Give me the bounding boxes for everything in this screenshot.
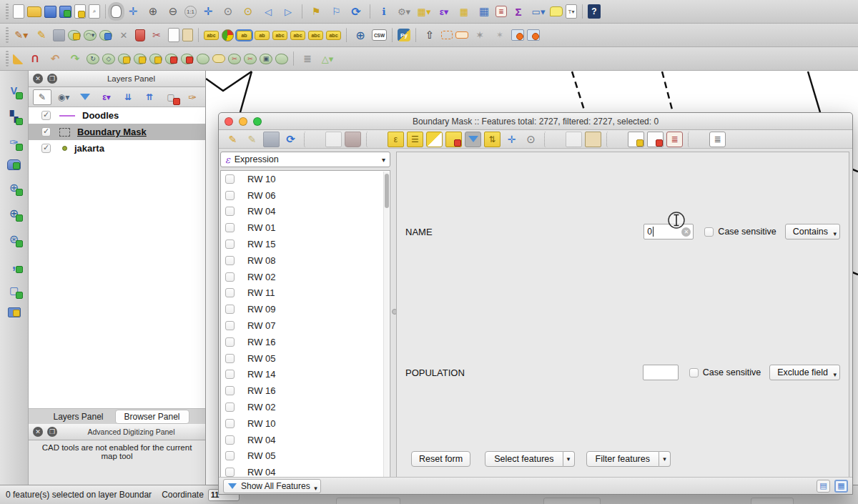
dialog-titlebar[interactable]: Boundary Mask :: Features total: 2727, f… [219,113,852,130]
show-all-features-dropdown[interactable]: Show All Features [223,479,321,493]
delete-field-icon[interactable] [647,132,664,147]
deselect-all-icon[interactable]: ▦ [455,3,473,20]
filter-form-icon[interactable] [465,132,481,147]
magic-wand-icon[interactable]: ✶ [471,26,488,44]
field-calculator-icon[interactable]: ≣ [666,132,683,147]
add-wfs-layer-icon[interactable]: ⊛ [6,230,23,247]
multiedit-icon[interactable]: ✎ [244,132,260,147]
float-panel-icon[interactable]: ❐ [47,74,57,84]
table-view-toggle-icon[interactable]: ▦ [834,480,848,493]
add-wms-service-icon[interactable]: ⊕ [352,26,369,44]
expand-all-icon[interactable]: ⇊ [119,89,137,105]
feature-row[interactable]: RW 05 [221,448,390,465]
delete-ring-icon[interactable] [165,54,178,64]
reshape-icon[interactable] [197,54,209,64]
label-selected-icon[interactable]: ab [237,31,252,40]
python-console-icon[interactable]: Py [398,29,410,41]
delete-selected-icon[interactable] [135,29,145,41]
refresh-icon[interactable]: ⟳ [347,3,365,20]
collapse-all-icon[interactable]: ⇈ [140,89,159,105]
zoom-to-layer-icon[interactable]: ⊙ [220,3,237,20]
manage-visibility-icon[interactable]: ◉▾ [54,89,73,105]
offset-curve-icon[interactable] [212,54,225,63]
zoom-next-icon[interactable]: ▷ [280,3,297,20]
magic-wand-plain-icon[interactable]: ✶ [491,26,508,44]
form-view-toggle-icon[interactable]: ▤ [817,480,830,493]
invert-selection-icon[interactable] [426,132,443,147]
feature-row[interactable]: RW 07 [221,317,390,334]
feature-checkbox[interactable] [225,468,235,477]
add-wms-layer-icon[interactable]: ⊕ [6,204,23,222]
style-manager-add-icon[interactable] [527,29,540,41]
close-window-button[interactable] [225,117,233,126]
filter-legend-icon[interactable] [76,89,94,105]
tab-browser-panel[interactable]: Browser Panel [115,410,189,424]
digitize-feature-icon[interactable] [68,30,81,41]
population-filter-input[interactable] [643,365,679,380]
toggle-editing-icon[interactable]: ✎ [225,132,241,147]
simplify-feature-icon[interactable]: ◇ [102,54,115,64]
map-tips-icon[interactable] [550,6,563,16]
feature-row[interactable]: RW 09 [221,301,390,317]
feature-checkbox[interactable] [225,451,235,460]
reload-table-icon[interactable]: ⟳ [282,132,299,147]
toggle-editing-icon[interactable]: ✎ [33,26,50,44]
merge-features-icon[interactable]: ▣ [260,54,272,64]
trace-tool-icon[interactable]: △▾ [319,50,336,67]
pan-to-selection-icon[interactable]: ✛ [503,132,520,147]
add-feature-icon[interactable] [325,132,342,147]
add-postgis-layer-icon[interactable] [7,159,21,170]
new-composer-icon[interactable] [74,4,86,19]
filter-features-dropdown-icon[interactable]: ▾ [659,451,671,467]
feature-row[interactable]: RW 14 [221,367,390,383]
add-ring-icon[interactable] [118,54,131,64]
save-edits-icon[interactable] [263,132,280,147]
split-features-icon[interactable]: ✂ [228,54,241,64]
label-pin-icon[interactable]: ab [255,31,270,40]
select-by-expression-icon[interactable]: ε [388,132,404,147]
layer-visibility-checkbox[interactable] [41,127,51,137]
deselect-all-icon[interactable] [445,132,462,147]
new-field-icon[interactable] [628,132,644,147]
feature-row[interactable]: RW 15 [221,236,390,252]
feature-checkbox[interactable] [225,305,235,314]
feature-checkbox[interactable] [225,337,235,347]
composer-manager-icon[interactable]: ⌕ [89,4,100,19]
feature-row[interactable]: RW 10 [221,415,390,432]
node-tool-icon[interactable]: ✕ [115,26,132,44]
feature-checkbox[interactable] [225,256,235,265]
minimize-window-button[interactable] [239,117,247,126]
select-by-expression-icon[interactable]: ε▾ [435,3,453,20]
label-move-icon[interactable]: abc [290,31,305,40]
rotate-feature-icon[interactable]: ↻ [87,54,99,64]
delete-feature-icon[interactable] [345,132,361,147]
north-arrow-icon[interactable]: ⇧ [421,26,438,44]
zoom-window-button[interactable] [253,117,262,126]
tab-layers-panel[interactable]: Layers Panel [44,410,112,423]
label-properties-icon[interactable]: abc [326,31,341,40]
feature-checkbox[interactable] [225,370,235,379]
name-filter-input[interactable]: 0 ✕ [644,224,694,239]
feature-checkbox[interactable] [225,239,235,249]
processing-chip-icon[interactable] [8,307,21,317]
feature-row[interactable]: RW 08 [221,252,390,269]
layer-row-doodles[interactable]: Doodles [29,107,205,124]
style-manager-check-icon[interactable] [511,29,524,41]
statistics-icon[interactable]: Σ [510,3,527,20]
paste-icon[interactable] [585,132,601,147]
open-project-icon[interactable] [27,6,41,17]
topology-lines-icon[interactable]: ≣ [299,50,316,67]
snapping-magnet-icon[interactable]: U [26,50,44,67]
save-project-icon[interactable] [44,6,56,18]
reset-form-button[interactable]: Reset form [411,451,470,467]
measure-icon[interactable]: ▭▾ [530,3,547,20]
feature-checkbox[interactable] [225,174,235,184]
layer-row-boundary-mask[interactable]: Boundary Mask [29,124,205,140]
move-selection-top-icon[interactable]: ⇅ [484,132,500,147]
float-panel-icon[interactable]: ❐ [47,427,57,437]
pan-arrows-icon[interactable]: ✛ [124,3,142,20]
feature-checkbox[interactable] [225,207,235,216]
split-parts-icon[interactable]: ✂ [244,54,257,64]
feature-row[interactable]: RW 11 [221,285,390,302]
layer-row-jakarta[interactable]: jakarta [29,140,205,157]
